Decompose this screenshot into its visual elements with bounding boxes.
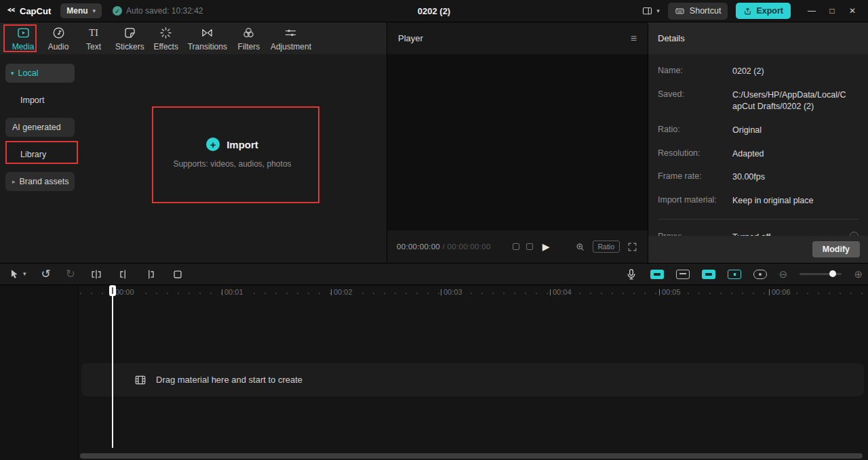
plus-circle-icon: +: [206, 138, 220, 151]
layout-panels-icon: [642, 5, 653, 17]
position-lock-toggle[interactable]: [728, 270, 741, 279]
tab-audio[interactable]: Audio: [41, 22, 76, 54]
detail-row-name: Name: 0202 (2): [658, 66, 859, 77]
sidebar-item-brand-assets[interactable]: ▸ Brand assets: [5, 172, 75, 191]
playhead[interactable]: [112, 285, 113, 448]
fullscreen-icon[interactable]: [627, 241, 638, 253]
maximize-button[interactable]: □: [822, 6, 842, 16]
tab-transitions[interactable]: Transitions: [184, 22, 231, 54]
chevron-down-icon: ▾: [93, 7, 96, 14]
detail-row-frame-rate: Frame rate: 30.00fps: [658, 171, 859, 183]
player-header: Player ≡: [387, 22, 648, 54]
audio-icon: [52, 26, 66, 40]
media-icon: [16, 26, 31, 40]
sticker-icon: [123, 26, 137, 40]
main-area: Media Audio TI Text: [0, 22, 868, 263]
minimize-button[interactable]: —: [802, 6, 822, 16]
media-body: ▾ Local Import AI generated Library ▸ Br: [0, 54, 387, 263]
filters-icon: [241, 26, 256, 40]
tab-text[interactable]: TI Text: [76, 22, 111, 54]
sidebar-item-local[interactable]: ▾ Local: [5, 64, 75, 83]
menu-button[interactable]: Menu ▾: [60, 3, 102, 18]
timeline-ruler[interactable]: 00:00 00:01 00:02 00:03 00:04 00:05 00:0…: [78, 285, 868, 299]
slider-knob[interactable]: [829, 270, 836, 277]
shortcut-button[interactable]: Shortcut: [668, 3, 728, 20]
redo-button[interactable]: ↻: [66, 268, 75, 280]
timeline-toolbar: ▾ ↺ ↻: [0, 263, 868, 285]
export-button[interactable]: Export: [736, 3, 791, 19]
preview-axis-toggle[interactable]: [753, 270, 767, 279]
workspace-layout-button[interactable]: ▾: [642, 5, 660, 17]
track-header-column: [0, 285, 78, 460]
link-clips-toggle[interactable]: [702, 270, 715, 279]
tab-adjustment[interactable]: Adjustment: [267, 22, 315, 54]
undo-button[interactable]: ↺: [41, 268, 51, 280]
select-tool-button[interactable]: ▾: [8, 268, 26, 280]
video-preview: [387, 54, 648, 230]
detail-row-resolution: Resolution: Adapted: [658, 148, 859, 160]
delete-left-icon: [117, 268, 130, 280]
import-hint: Supports: videos, audios, photos: [173, 159, 291, 169]
media-panel: Media Audio TI Text: [0, 22, 387, 263]
dropzone-hint: Drag material here and start to create: [156, 375, 302, 385]
delete-right-button[interactable]: [144, 268, 157, 280]
close-button[interactable]: ✕: [842, 6, 863, 16]
import-dropzone[interactable]: + Import Supports: videos, audios, photo…: [173, 138, 291, 169]
crop-button[interactable]: [172, 268, 184, 280]
check-circle-icon: ✓: [113, 6, 122, 16]
play-button[interactable]: ▶: [542, 241, 550, 252]
sidebar-item-import[interactable]: Import: [5, 91, 75, 110]
split-clip-button[interactable]: [90, 268, 102, 280]
window-controls: — □ ✕: [802, 6, 863, 16]
timeline-zoom-slider[interactable]: [800, 273, 842, 275]
transitions-icon: [200, 26, 214, 40]
keyboard-icon: [675, 6, 685, 16]
player-controls: 00:00:00:00 / 00:00:00:00 ▶ Ratio: [387, 230, 648, 263]
timeline-dropzone[interactable]: Drag material here and start to create: [81, 363, 864, 396]
preview-mode-icon[interactable]: [513, 243, 519, 250]
microphone-icon[interactable]: [625, 268, 638, 281]
divider: [658, 219, 859, 219]
details-title: Details: [658, 33, 685, 43]
modify-button[interactable]: Modify: [812, 241, 860, 257]
shortcut-label: Shortcut: [690, 6, 722, 16]
crop-icon: [172, 268, 184, 280]
media-content: + Import Supports: videos, audios, photo…: [78, 54, 387, 263]
zoom-preview-icon[interactable]: [574, 241, 586, 253]
chevron-right-icon: ▸: [12, 178, 16, 185]
ratio-button[interactable]: Ratio: [593, 241, 620, 253]
sidebar-item-library[interactable]: Library: [5, 145, 75, 164]
chevron-down-icon: ▾: [656, 7, 660, 14]
main-track-magnet-toggle[interactable]: [650, 270, 664, 279]
film-icon: [134, 374, 146, 386]
logo-text: CapCut: [20, 6, 51, 16]
details-header: Details: [648, 22, 868, 54]
media-tab-bar: Media Audio TI Text: [0, 22, 387, 54]
zoom-out-icon[interactable]: ⊖: [779, 268, 788, 280]
export-label: Export: [756, 6, 783, 16]
capcut-logo-icon: [5, 5, 16, 16]
delete-left-button[interactable]: [117, 268, 130, 280]
tab-media[interactable]: Media: [5, 22, 41, 54]
tab-stickers[interactable]: Stickers: [111, 22, 149, 54]
export-icon: [743, 7, 752, 16]
horizontal-scrollbar[interactable]: [80, 453, 863, 459]
details-panel: Details Name: 0202 (2) Saved: C:/Users/H…: [648, 22, 868, 263]
sidebar-item-ai-generated[interactable]: AI generated: [5, 118, 75, 137]
auto-snap-toggle[interactable]: [676, 270, 690, 279]
adjustment-icon: [283, 26, 298, 40]
playhead-handle[interactable]: [109, 285, 116, 296]
media-sidebar: ▾ Local Import AI generated Library ▸ Br: [0, 54, 78, 263]
details-body: Name: 0202 (2) Saved: C:/Users/HP/AppDat…: [648, 54, 868, 243]
import-title: Import: [226, 139, 258, 150]
detail-row-saved: Saved: C:/Users/HP/AppData/Local/CapCut …: [658, 89, 859, 112]
player-menu-icon[interactable]: ≡: [631, 33, 637, 45]
effects-icon: [159, 26, 173, 40]
tab-filters[interactable]: Filters: [231, 22, 267, 54]
menu-label: Menu: [66, 6, 87, 16]
split-screen-icon[interactable]: [526, 243, 533, 250]
detail-row-import-material: Import material: Keep in original place: [658, 195, 859, 207]
split-icon: [90, 268, 102, 280]
zoom-in-icon[interactable]: ⊕: [854, 268, 863, 280]
tab-effects[interactable]: Effects: [149, 22, 184, 54]
